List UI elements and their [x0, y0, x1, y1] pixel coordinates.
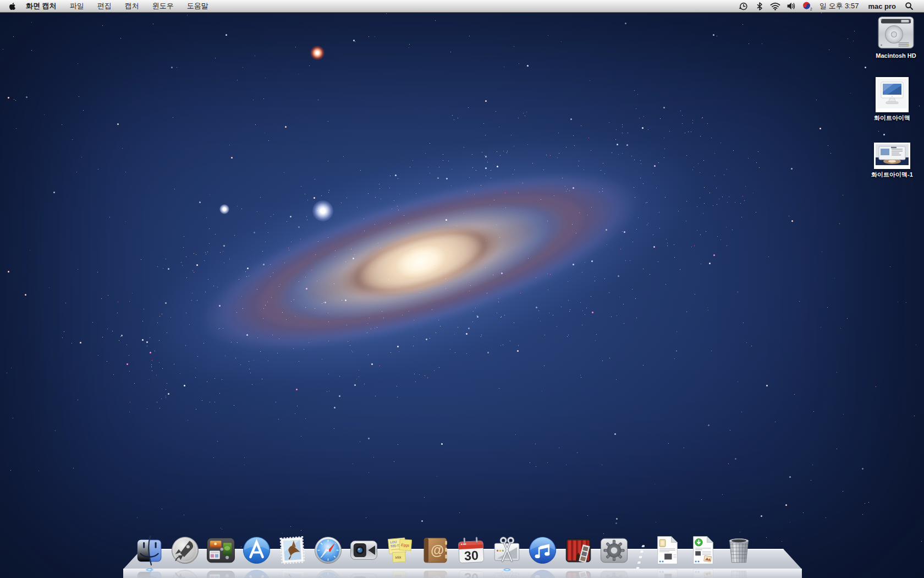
dock-separator — [634, 538, 647, 566]
wallpaper-andromeda — [0, 0, 924, 578]
dock: LOU 555-7361 Eggs Milk — [134, 532, 755, 566]
volume-icon[interactable] — [785, 0, 798, 12]
dock-item-photo-booth[interactable] — [563, 535, 594, 566]
desktop-icon-label: 화이트아이맥-1 — [871, 171, 913, 179]
svg-text:2: 2 — [810, 7, 812, 11]
dock-item-system-preferences[interactable] — [598, 535, 630, 566]
image-thumbnail-screenshot — [874, 143, 910, 169]
dock-item-mail[interactable] — [277, 535, 308, 566]
bluetooth-icon[interactable] — [754, 0, 766, 12]
white-star — [219, 204, 229, 214]
dock-item-document-stacks[interactable] — [652, 535, 683, 566]
menu-clock[interactable]: 일 오후 3:57 — [817, 1, 861, 11]
bright-red-star — [310, 46, 324, 60]
menu-file[interactable]: 파일 — [63, 0, 91, 12]
dock-item-finder[interactable] — [134, 535, 165, 566]
dock-item-ical[interactable]: 30 — [455, 535, 487, 566]
desktop-icon-macintosh-hd[interactable]: Macintosh HD — [863, 14, 924, 59]
dock-item-trash[interactable] — [723, 535, 755, 566]
svg-text:30: 30 — [464, 548, 479, 563]
menu-bar: 화면 캡처 파일 편집 캡처 윈도우 도움말 — [0, 0, 924, 13]
dock-item-app-store[interactable] — [241, 535, 272, 566]
dock-item-safari[interactable] — [312, 535, 344, 566]
dock-item-facetime[interactable] — [348, 535, 380, 566]
menu-capture[interactable]: 캡처 — [118, 0, 146, 12]
image-thumbnail-imac — [876, 77, 909, 112]
desktop-icon-label: 화이트아이맥 — [874, 114, 910, 122]
desktop: 화면 캡처 파일 편집 캡처 윈도우 도움말 — [0, 0, 924, 578]
dock-item-stickies[interactable]: LOU 555-7361 Eggs Milk — [384, 535, 415, 566]
apple-logo — [9, 2, 16, 10]
menu-edit[interactable]: 편집 — [91, 0, 118, 12]
wifi-icon[interactable] — [769, 0, 782, 12]
dock-shelf-front — [123, 569, 802, 578]
hard-drive-icon — [875, 14, 917, 51]
running-indicator — [145, 568, 154, 571]
dock-item-grab[interactable] — [491, 535, 522, 566]
desktop-icon-white-imac[interactable]: 화이트아이맥 — [859, 77, 924, 122]
svg-text:LOU: LOU — [390, 540, 397, 544]
svg-text:@: @ — [431, 542, 444, 558]
menu-app-name[interactable]: 화면 캡처 — [19, 1, 63, 11]
dock-item-launchpad[interactable] — [169, 535, 201, 566]
desktop-icon-label: Macintosh HD — [876, 52, 916, 59]
dock-item-address-book[interactable]: @ — [420, 535, 451, 566]
menu-help[interactable]: 도움말 — [180, 0, 215, 12]
dock-item-itunes[interactable] — [527, 535, 558, 566]
svg-text:Milk: Milk — [395, 555, 402, 559]
menu-user-name[interactable]: mac pro — [865, 2, 899, 10]
time-machine-icon[interactable] — [738, 0, 750, 12]
running-indicator — [503, 568, 512, 571]
menu-window[interactable]: 윈도우 — [146, 0, 180, 12]
bright-white-star — [312, 200, 333, 221]
korean-input-icon[interactable]: 2 — [801, 0, 813, 12]
dock-item-mission-control[interactable] — [205, 535, 237, 566]
dock-item-document-downloads[interactable] — [688, 535, 719, 566]
apple-menu[interactable] — [8, 2, 19, 10]
spotlight-icon[interactable] — [903, 0, 915, 12]
desktop-icon-white-imac-1[interactable]: 화이트아이맥-1 — [859, 143, 924, 179]
